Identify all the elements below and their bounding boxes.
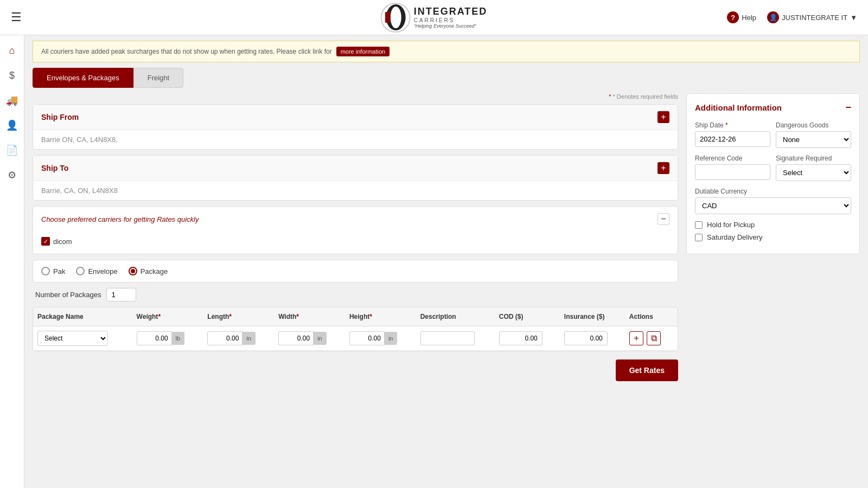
add-row-button[interactable]: + xyxy=(629,331,643,345)
ship-from-expand-button[interactable]: + xyxy=(658,111,669,123)
col-height: Height* xyxy=(345,307,416,326)
main-content: All couriers have added peak surcharges … xyxy=(24,35,868,387)
package-name-select-wrap: Select xyxy=(37,331,128,346)
sidebar-item-settings[interactable]: ⚙ xyxy=(2,165,22,185)
tab-freight[interactable]: Freight xyxy=(133,68,183,88)
reference-code-input[interactable] xyxy=(695,164,770,180)
additional-info-title: Additional Information − xyxy=(695,102,851,113)
top-nav: ☰ INTEGRATED CARRIERS "Helping Everyone … xyxy=(0,0,868,35)
signature-required-select[interactable]: Select Required Adult Signature xyxy=(776,164,851,181)
num-packages-row: Number of Packages xyxy=(33,288,678,301)
insurance-input[interactable] xyxy=(564,331,608,345)
pak-label: Pak xyxy=(53,267,65,275)
ship-to-expand-button[interactable]: + xyxy=(658,162,669,174)
carriers-collapse-button[interactable]: − xyxy=(658,213,669,225)
additional-info-collapse-button[interactable]: − xyxy=(845,102,851,113)
num-packages-input[interactable] xyxy=(106,288,136,301)
svg-rect-2 xyxy=(385,12,390,23)
ship-to-address-input[interactable]: Barrie, CA, ON, L4N8X8 xyxy=(41,187,669,195)
ship-to-title: Ship To xyxy=(41,164,68,172)
get-rates-button[interactable]: Get Rates xyxy=(616,359,678,381)
sidebar-item-home[interactable]: ⌂ xyxy=(2,41,22,60)
package-name-select[interactable]: Select xyxy=(37,331,108,346)
ship-date-dangerous-row: Ship Date * Dangerous Goods None Yes xyxy=(695,121,851,155)
hold-for-pickup-row: Hold for Pickup xyxy=(695,221,851,229)
radio-pak[interactable]: Pak xyxy=(41,267,65,275)
carriers-section: Choose preferred carriers for getting Ra… xyxy=(33,206,678,254)
insurance-cell xyxy=(560,326,625,351)
width-input-wrap: in xyxy=(278,331,341,345)
ship-to-body: Barrie, CA, ON, L4N8X8 xyxy=(33,181,678,200)
ship-from-address-input[interactable]: Barrie ON, CA, L4N8X8, xyxy=(41,136,669,144)
cod-input[interactable] xyxy=(499,331,542,345)
description-input[interactable] xyxy=(420,331,475,345)
dicom-checkbox[interactable]: ✓ xyxy=(41,237,50,246)
dangerous-goods-group: Dangerous Goods None Yes xyxy=(776,121,851,148)
weight-input[interactable] xyxy=(137,331,172,345)
ship-date-input-wrap xyxy=(695,131,770,147)
dicom-label: dicom xyxy=(53,237,72,246)
sidebar: ⌂ $ 🚚 👤 📄 ⚙ xyxy=(0,35,24,387)
ship-date-label: Ship Date * xyxy=(695,121,770,129)
packages-table-wrap: Package Name Weight* Length* Width* xyxy=(33,307,678,351)
packages-table: Package Name Weight* Length* Width* xyxy=(33,307,678,351)
table-header-row: Package Name Weight* Length* Width* xyxy=(33,307,678,326)
description-cell xyxy=(416,326,495,351)
user-menu-button[interactable]: 👤 JUSTINTEGRATE IT ▼ xyxy=(767,11,857,23)
col-width: Width* xyxy=(274,307,345,326)
banner-text: All couriers have added peak surcharges … xyxy=(41,48,332,55)
main-tabs: Envelopes & Packages Freight xyxy=(33,68,860,88)
sidebar-item-billing[interactable]: $ xyxy=(2,66,22,85)
table-row: Select lb xyxy=(33,326,678,351)
reference-code-group: Reference Code xyxy=(695,155,770,181)
height-input[interactable] xyxy=(349,331,385,345)
copy-row-button[interactable]: ⧉ xyxy=(647,331,661,345)
user-label: JUSTINTEGRATE IT xyxy=(782,14,847,22)
sidebar-item-shipping[interactable]: 🚚 xyxy=(2,91,22,110)
ship-from-title: Ship From xyxy=(41,113,79,121)
dangerous-goods-label: Dangerous Goods xyxy=(776,121,851,129)
required-note: * * Denotes required fields xyxy=(33,93,678,100)
width-cell: in xyxy=(274,326,345,351)
radio-package[interactable]: Package xyxy=(129,267,168,275)
hamburger-menu[interactable]: ☰ xyxy=(11,10,22,24)
help-button[interactable]: ? Help xyxy=(727,11,756,23)
col-cod: COD ($) xyxy=(495,307,560,326)
sidebar-item-contacts[interactable]: 👤 xyxy=(2,115,22,135)
banner-link[interactable]: more information xyxy=(336,47,390,56)
signature-required-input-wrap: Select Required Adult Signature xyxy=(776,164,851,181)
svg-point-1 xyxy=(390,7,401,28)
hold-for-pickup-checkbox[interactable] xyxy=(695,221,703,229)
height-unit-badge: in xyxy=(385,332,398,345)
weight-unit-badge: lb xyxy=(172,332,185,345)
carriers-title: Choose preferred carriers for getting Ra… xyxy=(41,215,199,223)
carrier-dicom-item: ✓ dicom xyxy=(41,237,669,246)
logo-integrated-text: INTEGRATED xyxy=(414,6,488,17)
col-package-name: Package Name xyxy=(33,307,132,326)
num-packages-label: Number of Packages xyxy=(35,291,101,299)
ship-date-input[interactable] xyxy=(695,131,770,147)
package-type-row: Pak Envelope Package xyxy=(33,260,678,282)
logo-icon xyxy=(381,3,411,33)
ship-to-card: Ship To + Barrie, CA, ON, L4N8X8 xyxy=(33,155,678,201)
length-cell: in xyxy=(203,326,274,351)
insurance-input-wrap xyxy=(564,331,621,345)
package-label: Package xyxy=(141,267,168,275)
dangerous-goods-select[interactable]: None Yes xyxy=(776,131,851,148)
get-rates-wrap: Get Rates xyxy=(33,359,678,381)
length-input[interactable] xyxy=(207,331,242,345)
signature-required-label: Signature Required xyxy=(776,155,851,162)
ship-from-header: Ship From + xyxy=(33,105,678,130)
dutiable-currency-select[interactable]: CAD USD xyxy=(695,197,851,214)
sidebar-item-documents[interactable]: 📄 xyxy=(2,140,22,160)
width-unit-badge: in xyxy=(314,332,327,345)
help-label: Help xyxy=(742,14,756,22)
saturday-delivery-checkbox[interactable] xyxy=(695,234,703,241)
reference-code-input-wrap xyxy=(695,164,770,180)
dutiable-currency-label: Dutiable Currency xyxy=(695,188,851,195)
envelope-label: Envelope xyxy=(88,267,117,275)
package-name-cell: Select xyxy=(33,326,132,351)
radio-envelope[interactable]: Envelope xyxy=(76,267,117,275)
width-input[interactable] xyxy=(278,331,314,345)
tab-envelopes-packages[interactable]: Envelopes & Packages xyxy=(33,68,133,88)
